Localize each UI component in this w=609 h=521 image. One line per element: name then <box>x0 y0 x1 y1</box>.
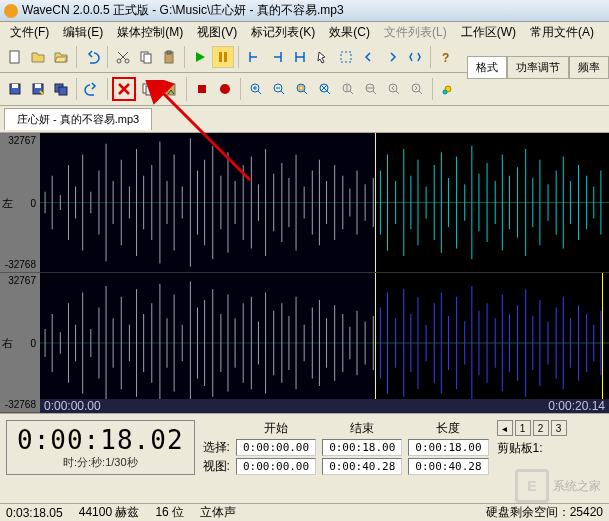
menu-bar: 文件(F) 编辑(E) 媒体控制(M) 视图(V) 标记列表(K) 效果(C) … <box>0 22 609 42</box>
nav-next-button[interactable] <box>381 46 403 68</box>
file-tab[interactable]: 庄心妍 - 真的不容易.mp3 <box>4 108 152 130</box>
copy-button[interactable] <box>135 46 157 68</box>
amp-max-right: 32767 <box>8 275 36 286</box>
svg-rect-9 <box>341 52 351 62</box>
status-channels: 立体声 <box>200 504 236 521</box>
channel-left-label: 左 <box>2 195 13 210</box>
delete-button[interactable] <box>112 77 136 101</box>
pause-button[interactable] <box>212 46 234 68</box>
menu-view[interactable]: 视图(V) <box>191 22 243 43</box>
settings-button[interactable] <box>437 78 459 100</box>
marker-range-button[interactable] <box>289 46 311 68</box>
zoom-v-out-button[interactable] <box>360 78 382 100</box>
tab-power[interactable]: 功率调节 <box>507 56 569 79</box>
page-2[interactable]: 2 <box>533 420 549 436</box>
zoom-right-button[interactable] <box>406 78 428 100</box>
svg-rect-18 <box>146 86 153 95</box>
ruler-end: 0:00:20.14 <box>548 399 605 413</box>
play-button[interactable] <box>189 46 211 68</box>
zoom-left-button[interactable] <box>383 78 405 100</box>
help-button[interactable]: ? <box>435 46 457 68</box>
cursor-button[interactable] <box>312 46 334 68</box>
menu-edit[interactable]: 编辑(E) <box>57 22 109 43</box>
nav-bounds-button[interactable] <box>404 46 426 68</box>
menu-markers[interactable]: 标记列表(K) <box>245 22 321 43</box>
view-end[interactable]: 0:00:40.28 <box>322 458 402 475</box>
menu-effects[interactable]: 效果(C) <box>323 22 376 43</box>
tab-format[interactable]: 格式 <box>467 56 507 79</box>
svg-rect-14 <box>35 84 41 88</box>
cut-button[interactable] <box>112 46 134 68</box>
title-bar: WaveCN 2.0.0.5 正式版 - G:\Music\庄心妍 - 真的不容… <box>0 0 609 22</box>
zoom-fit-button[interactable] <box>314 78 336 100</box>
menu-filelist[interactable]: 文件列表(L) <box>378 22 453 43</box>
svg-rect-7 <box>219 52 222 62</box>
crop-button[interactable] <box>137 78 159 100</box>
save-as-button[interactable] <box>27 78 49 100</box>
save-button[interactable] <box>4 78 26 100</box>
zoom-sel-button[interactable] <box>291 78 313 100</box>
svg-rect-12 <box>12 84 18 88</box>
time-ruler[interactable]: 0:00:00.00 0:00:20.14 <box>40 399 609 413</box>
status-bits: 16 位 <box>155 504 184 521</box>
new-button[interactable] <box>4 46 26 68</box>
menu-workspace[interactable]: 工作区(W) <box>455 22 522 43</box>
sel-end[interactable]: 0:00:18.00 <box>322 439 402 456</box>
app-icon <box>4 4 18 18</box>
status-disk: 硬盘剩余空间：25420 <box>486 504 603 521</box>
hdr-end: 结束 <box>322 420 402 437</box>
page-3[interactable]: 3 <box>551 420 567 436</box>
export-button[interactable] <box>50 78 72 100</box>
selection-region-right[interactable] <box>40 273 376 413</box>
tab-freq[interactable]: 频率 <box>569 56 609 79</box>
record-button[interactable] <box>214 78 236 100</box>
sel-len[interactable]: 0:00:18.00 <box>408 439 488 456</box>
menu-file[interactable]: 文件(F) <box>4 22 55 43</box>
nav-prev-button[interactable] <box>358 46 380 68</box>
nav-prev-icon[interactable]: ◂ <box>497 420 513 436</box>
window-title: WaveCN 2.0.0.5 正式版 - G:\Music\庄心妍 - 真的不容… <box>22 2 344 19</box>
zoom-in-button[interactable] <box>245 78 267 100</box>
zoom-v-in-button[interactable] <box>337 78 359 100</box>
page-1[interactable]: 1 <box>515 420 531 436</box>
selection-region[interactable] <box>40 133 376 272</box>
svg-rect-6 <box>167 51 171 54</box>
paste-button[interactable] <box>158 46 180 68</box>
redo-button[interactable] <box>81 78 103 100</box>
page-nav: ◂ 1 2 3 <box>497 420 567 436</box>
menu-common[interactable]: 常用文件(A) <box>524 22 600 43</box>
channel-right-label: 右 <box>2 335 13 350</box>
svg-point-21 <box>220 84 230 94</box>
ruler-start: 0:00:00.00 <box>44 399 101 413</box>
amplitude-gutter: 32767 左 0 -32768 32767 右 0 -32768 <box>0 133 40 413</box>
svg-point-24 <box>297 84 305 92</box>
timecode-format: 时:分:秒:1/30秒 <box>17 455 184 470</box>
select-tool-button[interactable] <box>335 46 357 68</box>
marker-start-button[interactable] <box>243 46 265 68</box>
amp-zero-left: 0 <box>30 197 36 208</box>
stop-button[interactable] <box>191 78 213 100</box>
file-tab-row: 庄心妍 - 真的不容易.mp3 <box>0 106 609 133</box>
hdr-start: 开始 <box>236 420 316 437</box>
timecode-display: 0:00:18.02 时:分:秒:1/30秒 <box>6 420 195 475</box>
row-selection-label: 选择: <box>203 439 230 456</box>
sel-start[interactable]: 0:00:00.00 <box>236 439 316 456</box>
hdr-len: 长度 <box>408 420 488 437</box>
marker-end-button[interactable] <box>266 46 288 68</box>
view-start[interactable]: 0:00:00.00 <box>236 458 316 475</box>
amp-min-left: -32768 <box>5 259 36 270</box>
zoom-out-button[interactable] <box>268 78 290 100</box>
view-len[interactable]: 0:00:40.28 <box>408 458 488 475</box>
open-button[interactable] <box>27 46 49 68</box>
open-folder-button[interactable] <box>50 46 72 68</box>
svg-rect-0 <box>10 51 19 63</box>
time-info-grid: 开始 结束 长度 选择: 0:00:00.00 0:00:18.00 0:00:… <box>203 420 489 475</box>
menu-media[interactable]: 媒体控制(M) <box>111 22 189 43</box>
waveform-canvas[interactable]: 0:00:00.00 0:00:20.14 <box>40 133 609 413</box>
svg-point-29 <box>389 84 397 92</box>
mix-paste-button[interactable] <box>160 78 182 100</box>
waveform-area: 32767 左 0 -32768 32767 右 0 -32768 <box>0 133 609 413</box>
svg-rect-4 <box>144 54 151 63</box>
playhead <box>602 273 603 413</box>
undo-button[interactable] <box>81 46 103 68</box>
